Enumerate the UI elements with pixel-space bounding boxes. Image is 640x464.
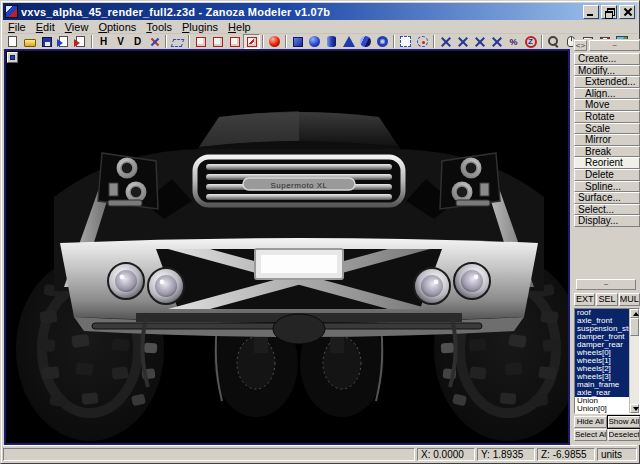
command-scale[interactable]: Scale [574,123,640,135]
new-file-button[interactable] [4,34,21,49]
object-item[interactable]: main_frame [575,381,629,389]
vertices-mode-button[interactable] [192,34,209,49]
lasso-select-button[interactable] [169,34,186,49]
tab-sel[interactable]: SEL [596,293,617,306]
status-units: units [597,448,637,461]
objects-mode-button[interactable] [243,34,260,49]
scroll-up-icon[interactable] [630,309,639,318]
object-item[interactable]: damper_rear [575,341,629,349]
command-surface[interactable]: Surface... [574,192,640,204]
toolbar-separator [262,35,264,48]
diagonal-view-button[interactable]: D [129,34,146,49]
save-file-button[interactable] [38,34,55,49]
command-reorient[interactable]: Reorient [574,157,640,169]
vertical-view-button[interactable]: V [112,34,129,49]
faces-mode-button[interactable] [226,34,243,49]
menu-item-help[interactable]: Help [223,21,256,33]
object-item[interactable]: wheels[0] [575,349,629,357]
command-rotate[interactable]: Rotate [574,111,640,123]
window-restore-button[interactable] [601,5,617,19]
viewport-3d[interactable]: Supermoto XL [4,49,570,445]
object-item[interactable]: damper_front [575,333,629,341]
create-sphere-button[interactable] [306,34,323,49]
create-geosphere-button[interactable] [357,34,374,49]
scale-tool-button[interactable] [471,34,488,49]
object-list-scrollbar[interactable] [629,309,639,413]
object-item[interactable]: roof [575,309,629,317]
menu-item-view[interactable]: View [60,21,94,33]
rect-select-button[interactable] [397,34,414,49]
export-icon [76,36,85,47]
select-all-button[interactable]: Select All [574,429,607,441]
import-button[interactable] [55,34,72,49]
car-grille[interactable]: Supermoto XL [195,157,403,205]
tab-mul[interactable]: MUL [619,293,640,306]
z-buffer-icon: Z [525,36,537,48]
import-icon [59,36,68,47]
command-delete[interactable]: Delete [574,169,640,181]
create-cone-button[interactable] [340,34,357,49]
export-button[interactable] [72,34,89,49]
menu-item-edit[interactable]: Edit [31,21,60,33]
zoom-tool-button[interactable] [545,34,562,49]
material-editor-button[interactable] [266,34,283,49]
edges-mode-button[interactable] [209,34,226,49]
menu-item-options[interactable]: Options [93,21,141,33]
deselect-button[interactable]: Deselect [608,429,640,441]
command-create[interactable]: Create... [574,53,640,65]
horizontal-view-button[interactable]: H [95,34,112,49]
create-box-button[interactable] [289,34,306,49]
gizmo-toggle-button[interactable] [146,34,163,49]
viewport-view-icon [10,55,15,60]
create-torus-button[interactable] [374,34,391,49]
scroll-thumb[interactable] [630,318,639,336]
create-torus-icon [377,36,388,47]
viewport-view-button[interactable] [7,52,18,63]
window-minimize-button[interactable] [583,5,599,19]
z-buffer-button[interactable]: Z [522,34,539,49]
panel-splitter-handle[interactable]: ~ [576,279,636,290]
snap-percent-button[interactable]: % [505,34,522,49]
object-item[interactable]: wheels[2] [575,365,629,373]
toolbar-separator [393,35,395,48]
mirror-tool-button[interactable] [488,34,505,49]
command-extended[interactable]: Extended... [574,76,640,88]
open-file-button[interactable] [21,34,38,49]
snap-percent-icon: % [509,37,517,47]
object-item[interactable]: wheels[1] [575,357,629,365]
command-select[interactable]: Select... [574,204,640,216]
object-item[interactable]: axle_front [575,317,629,325]
close-icon [623,8,631,16]
circle-select-button[interactable] [414,34,431,49]
object-item[interactable]: suspension_struts [575,325,629,333]
command-spline[interactable]: Spline... [574,181,640,193]
scroll-down-icon[interactable] [630,404,639,413]
command-mirror[interactable]: Mirror [574,134,640,146]
tab-ext[interactable]: EXT [574,293,595,306]
object-item[interactable]: Union[0] [575,405,629,413]
menu-item-file[interactable]: File [3,21,31,33]
command-align[interactable]: Align... [574,88,640,100]
object-item[interactable]: axle_rear [575,389,629,397]
grille-badge: Supermoto XL [270,181,327,190]
command-display[interactable]: Display... [574,215,640,227]
menu-item-plugins[interactable]: Plugins [177,21,223,33]
menu-item-tools[interactable]: Tools [141,21,177,33]
title-bar[interactable]: vxvs_alpha_45_render_full2.z3d - Zanoza … [3,3,637,20]
panel-dock-button[interactable]: <> [574,40,587,51]
object-item[interactable]: wheels[3] [575,373,629,381]
toolbar-separator [188,35,190,48]
object-item[interactable]: Union [575,397,629,405]
edges-mode-icon [213,37,223,47]
move-tool-button[interactable] [437,34,454,49]
hide-all-button[interactable]: Hide All [574,416,607,428]
move-tool-icon [440,36,452,48]
window-close-button[interactable] [619,5,635,19]
panel-collapse-handle[interactable]: ~ [589,40,640,51]
show-all-button[interactable]: Show All [608,416,640,428]
command-move[interactable]: Move [574,99,640,111]
command-modify[interactable]: Modify... [574,65,640,77]
create-cylinder-button[interactable] [323,34,340,49]
command-break[interactable]: Break [574,146,640,158]
rotate-tool-button[interactable] [454,34,471,49]
